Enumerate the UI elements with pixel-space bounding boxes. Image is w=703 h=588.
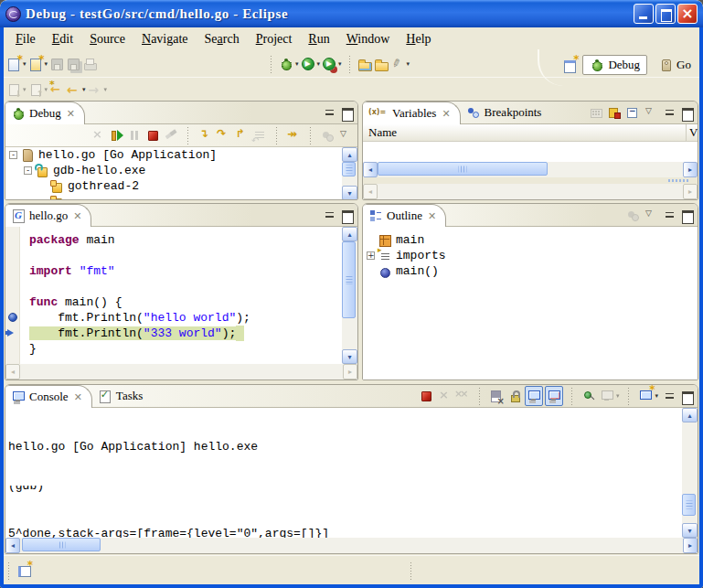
view-minimize-button[interactable] xyxy=(322,208,337,222)
scroll-right-button[interactable]: ▸ xyxy=(683,538,698,553)
remove-all-launches-button[interactable] xyxy=(454,387,471,405)
save-button[interactable] xyxy=(48,55,65,73)
scroll-lock-button[interactable] xyxy=(506,387,523,405)
dropdown-arrow-icon[interactable]: ▾ xyxy=(407,60,410,68)
minimize-button[interactable] xyxy=(634,4,654,24)
tab-close-icon[interactable]: ✕ xyxy=(67,108,75,120)
menu-help[interactable]: Help xyxy=(398,30,439,48)
remove-all-terminated-button[interactable] xyxy=(90,126,106,144)
tab-close-icon[interactable]: ✕ xyxy=(428,210,436,222)
scroll-left-button[interactable]: ◂ xyxy=(5,538,20,553)
add-global-variables-button[interactable] xyxy=(606,103,623,122)
forward-button[interactable]: ▾ xyxy=(87,80,109,99)
terminate-button[interactable] xyxy=(418,387,434,405)
step-over-button[interactable] xyxy=(215,126,231,144)
terminate-button[interactable] xyxy=(144,126,161,144)
tab-close-icon[interactable]: ✕ xyxy=(74,391,82,403)
tree-expander-icon[interactable]: - xyxy=(9,151,17,159)
run-button[interactable]: ▾ xyxy=(300,55,322,73)
dropdown-arrow-icon[interactable]: ▾ xyxy=(45,60,48,68)
maximize-button[interactable] xyxy=(655,4,676,24)
tree-row-gdb-hello.exe[interactable]: -gdb-hello.exe xyxy=(5,163,342,178)
tree-row-imports[interactable]: +imports xyxy=(363,248,698,263)
menu-navigate[interactable]: Navigate xyxy=(133,30,197,48)
view-menu-button[interactable] xyxy=(643,206,659,224)
step-into-button[interactable] xyxy=(197,126,213,144)
tab-variables[interactable]: Variables ✕ xyxy=(363,102,461,124)
scroll-left-button[interactable]: ◂ xyxy=(363,162,378,177)
menu-project[interactable]: Project xyxy=(248,30,301,48)
tree-expander-icon[interactable]: - xyxy=(24,166,32,175)
show-type-names-button[interactable] xyxy=(588,103,604,122)
menu-search[interactable]: Search xyxy=(197,30,248,48)
dropdown-arrow-icon[interactable]: ▾ xyxy=(317,60,321,68)
perspective-debug-button[interactable]: Debug xyxy=(582,55,647,75)
tab-outline[interactable]: Outline ✕ xyxy=(363,204,446,227)
view-maximize-button[interactable] xyxy=(339,106,355,120)
pin-console-button[interactable] xyxy=(581,387,597,405)
open-perspective-button[interactable] xyxy=(561,56,578,74)
dropdown-arrow-icon[interactable]: ▾ xyxy=(655,392,658,400)
dropdown-arrow-icon[interactable]: ▾ xyxy=(23,86,27,93)
scroll-up-button[interactable]: ▴ xyxy=(682,408,698,422)
step-return-button[interactable] xyxy=(233,126,250,144)
menu-source[interactable]: Source xyxy=(81,30,133,48)
tree-row-hello.go[interactable]: -hello.go [Go Application] xyxy=(5,147,342,163)
mark-occurrences-button[interactable]: ▾ xyxy=(389,55,411,73)
dropdown-arrow-icon[interactable]: ▾ xyxy=(82,86,86,93)
show-stdout-button[interactable] xyxy=(525,386,543,406)
tab-close-icon[interactable]: ✕ xyxy=(442,108,450,120)
link-with-editor-button[interactable] xyxy=(624,206,641,224)
detail-pane-sash[interactable] xyxy=(363,177,698,184)
previous-annotation-button[interactable]: ▾ xyxy=(27,80,49,99)
dropdown-arrow-icon[interactable]: ▾ xyxy=(295,60,299,68)
scroll-thumb[interactable] xyxy=(342,241,356,318)
debug-button[interactable]: ▾ xyxy=(278,55,300,73)
resume-button[interactable] xyxy=(108,126,124,144)
external-tools-button[interactable]: ▾ xyxy=(321,55,343,73)
view-maximize-button[interactable] xyxy=(679,106,695,120)
dropdown-arrow-icon[interactable]: ▾ xyxy=(23,60,27,68)
editor-annotation-ruler[interactable] xyxy=(5,227,20,364)
dropdown-arrow-icon[interactable]: ▾ xyxy=(104,86,108,93)
tab-debug[interactable]: Debug ✕ xyxy=(5,102,85,124)
suspend-button[interactable] xyxy=(126,126,143,144)
breakpoint-icon[interactable] xyxy=(8,313,17,322)
view-minimize-button[interactable] xyxy=(322,106,337,120)
new-wizard-button[interactable]: ▾ xyxy=(5,55,27,73)
open-resource-button[interactable] xyxy=(373,55,389,73)
close-button[interactable] xyxy=(677,4,698,24)
collapse-all-button[interactable] xyxy=(624,103,641,122)
menu-edit[interactable]: Edit xyxy=(44,30,81,48)
scroll-up-button[interactable]: ▴ xyxy=(342,147,357,162)
scroll-down-button[interactable]: ▾ xyxy=(342,349,357,364)
menu-file[interactable]: File xyxy=(7,30,44,48)
tab-breakpoints[interactable]: Breakpoints xyxy=(461,102,551,123)
view-maximize-button[interactable] xyxy=(679,208,695,222)
tree-expander-icon[interactable]: + xyxy=(367,251,375,260)
open-go-element-button[interactable] xyxy=(357,55,373,73)
tab-tasks[interactable]: Tasks xyxy=(92,385,152,407)
scroll-up-button[interactable]: ▴ xyxy=(342,227,357,241)
print-button[interactable] xyxy=(81,55,98,73)
new-go-project-button[interactable]: ▾ xyxy=(27,55,49,73)
column-name[interactable]: Name xyxy=(363,124,686,141)
clear-console-button[interactable] xyxy=(488,387,505,405)
scroll-thumb[interactable] xyxy=(378,162,548,176)
scroll-thumb[interactable] xyxy=(22,538,101,551)
dropdown-arrow-icon[interactable]: ▾ xyxy=(616,392,620,400)
view-maximize-button[interactable] xyxy=(339,208,355,222)
code-editor[interactable]: package main import "fmt" func main() { … xyxy=(20,227,342,364)
next-annotation-button[interactable]: ▾ xyxy=(5,80,27,99)
scroll-thumb[interactable] xyxy=(342,162,356,176)
tree-row-main[interactable]: main xyxy=(363,232,698,248)
console-output[interactable]: hello.go [Go Application] hello.exe (gdb… xyxy=(5,408,682,538)
back-button[interactable]: ▾ xyxy=(65,80,87,99)
drop-to-frame-button[interactable] xyxy=(251,126,268,144)
dropdown-arrow-icon[interactable]: ▾ xyxy=(45,86,48,93)
fast-view-icon[interactable] xyxy=(16,563,31,578)
tab-close-icon[interactable]: ✕ xyxy=(73,210,81,222)
show-stderr-button[interactable] xyxy=(545,386,563,406)
scroll-down-button[interactable]: ▾ xyxy=(342,186,357,200)
use-step-filters-button[interactable] xyxy=(285,126,302,144)
